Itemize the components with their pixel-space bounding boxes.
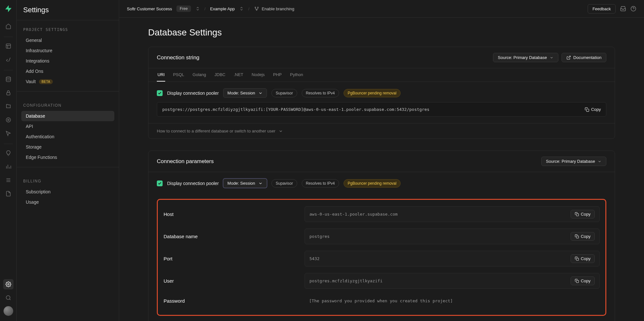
edge-functions-icon[interactable] (3, 115, 14, 125)
mode-select[interactable]: Mode: Session (223, 88, 267, 98)
inbox-icon[interactable] (620, 6, 626, 12)
check-icon (158, 181, 162, 185)
sidebar-item-authentication[interactable]: Authentication (21, 131, 114, 142)
svg-rect-4 (6, 92, 10, 95)
documentation-link[interactable]: Documentation (562, 53, 606, 62)
sidebar-item-usage[interactable]: Usage (21, 197, 114, 207)
pgbouncer-chip: PgBouncer pending removal (344, 89, 401, 97)
tab-nodejs[interactable]: Nodejs (251, 68, 265, 82)
realtime-icon[interactable] (3, 128, 14, 139)
sidebar-item-api[interactable]: API (21, 121, 114, 131)
chevron-down-icon (258, 181, 263, 186)
sidebar-item-general[interactable]: General (21, 35, 114, 45)
sidebar-item-vault[interactable]: Vault BETA (21, 76, 114, 87)
help-icon[interactable] (630, 6, 636, 12)
svg-point-15 (6, 296, 10, 299)
tab-jdbc[interactable]: JDBC (214, 68, 226, 82)
connection-params-card: Connection parameters Source: Primary Da… (148, 151, 615, 321)
params-pooler-label: Display connection pooler (167, 181, 219, 186)
database-value: postgres (309, 234, 330, 239)
check-icon (158, 91, 162, 95)
org-switcher-icon[interactable] (195, 6, 200, 11)
sidebar-item-addons[interactable]: Add Ons (21, 66, 114, 76)
param-row-database: Database name postgres Copy (164, 225, 600, 248)
password-value: [The password you provided when you crea… (309, 298, 453, 303)
topbar: Softr Customer Success Free / Example Ap… (119, 0, 644, 18)
svg-point-6 (7, 119, 9, 121)
tab-php[interactable]: PHP (272, 68, 282, 82)
sidebar-item-integrations[interactable]: Integrations (21, 56, 114, 66)
database-icon[interactable] (3, 74, 14, 84)
feedback-button[interactable]: Feedback (588, 4, 616, 14)
page-title: Database Settings (148, 27, 615, 38)
svg-point-17 (255, 7, 256, 8)
tab-psql[interactable]: PSQL (172, 68, 185, 82)
connection-string-value: postgres://postgres.mcfzldiyzgjtlkyazifi… (157, 102, 606, 117)
tab-dotnet[interactable]: .NET (233, 68, 244, 82)
search-icon[interactable] (3, 293, 14, 303)
breadcrumb-org[interactable]: Softr Customer Success (127, 6, 172, 11)
sidebar-title: Settings (17, 0, 119, 20)
tab-python[interactable]: Python (289, 68, 304, 82)
settings-sidebar: Settings PROJECT SETTINGS General Infras… (17, 0, 119, 321)
supavisor-chip: Supavisor (271, 89, 297, 97)
sidebar-item-storage[interactable]: Storage (21, 142, 114, 152)
chevron-down-icon (598, 160, 601, 163)
copy-icon (575, 212, 579, 216)
params-source-dropdown[interactable]: Source: Primary Database (541, 157, 606, 166)
params-ipv4-chip: Resolves to IPv4 (302, 179, 339, 188)
svg-point-14 (7, 284, 9, 285)
connection-params-title: Connection parameters (157, 158, 214, 165)
source-dropdown[interactable]: Source: Primary Database (493, 53, 558, 62)
copy-icon (575, 257, 579, 261)
params-supavisor-chip: Supavisor (271, 179, 297, 188)
home-icon[interactable] (3, 21, 14, 32)
copy-icon (575, 234, 579, 238)
plan-badge: Free (176, 5, 191, 12)
copy-port-button[interactable]: Copy (571, 254, 595, 263)
sidebar-item-infrastructure[interactable]: Infrastructure (21, 45, 114, 56)
highlighted-params-area: Host aws-0-us-east-1.pooler.supabase.com… (157, 199, 606, 316)
expand-help-row[interactable]: How to connect to a different database o… (148, 123, 615, 139)
copy-button[interactable]: Copy (585, 107, 601, 112)
user-value: postgres.mcfzldiyzgjtlkyazifi (309, 278, 383, 283)
copy-user-button[interactable]: Copy (571, 277, 595, 285)
chevron-down-icon (550, 56, 554, 60)
settings-icon[interactable] (3, 279, 14, 289)
param-row-user: User postgres.mcfzldiyzgjtlkyazifi Copy (164, 270, 600, 292)
params-pooler-checkbox[interactable] (157, 180, 163, 186)
params-mode-select[interactable]: Mode: Session (223, 179, 267, 188)
table-editor-icon[interactable] (3, 41, 14, 51)
user-avatar[interactable] (4, 306, 13, 316)
pooler-label: Display connection pooler (167, 91, 219, 96)
svg-rect-28 (576, 280, 579, 283)
project-switcher-icon[interactable] (239, 6, 244, 11)
storage-icon[interactable] (3, 101, 14, 112)
enable-branching-button[interactable]: Enable branching (254, 6, 294, 11)
main-area: Softr Customer Success Free / Example Ap… (119, 0, 644, 321)
copy-host-button[interactable]: Copy (571, 210, 595, 219)
beta-badge: BETA (39, 79, 53, 84)
sidebar-item-edge-functions[interactable]: Edge Functions (21, 152, 114, 162)
breadcrumb-project[interactable]: Example App (210, 6, 235, 11)
api-docs-icon[interactable] (3, 189, 14, 199)
pooler-checkbox[interactable] (157, 90, 163, 96)
advisors-icon[interactable] (3, 148, 14, 158)
svg-line-16 (9, 299, 10, 300)
copy-icon (575, 279, 579, 283)
auth-icon[interactable] (3, 88, 14, 98)
tab-golang[interactable]: Golang (192, 68, 207, 82)
content-scroll: Database Settings Connection string Sour… (119, 18, 644, 321)
section-billing: BILLING (17, 172, 119, 187)
sidebar-item-subscription[interactable]: Subscription (21, 187, 114, 197)
logs-icon[interactable] (3, 175, 14, 185)
reports-icon[interactable] (3, 161, 14, 172)
svg-rect-27 (576, 258, 579, 260)
supabase-logo-icon[interactable] (4, 5, 13, 13)
icon-rail (0, 0, 17, 321)
sql-editor-icon[interactable] (3, 54, 14, 65)
copy-database-button[interactable]: Copy (571, 232, 595, 241)
tab-uri[interactable]: URI (157, 68, 165, 82)
language-tabs: URI PSQL Golang JDBC .NET Nodejs PHP Pyt… (148, 68, 615, 82)
sidebar-item-database[interactable]: Database (21, 111, 114, 121)
